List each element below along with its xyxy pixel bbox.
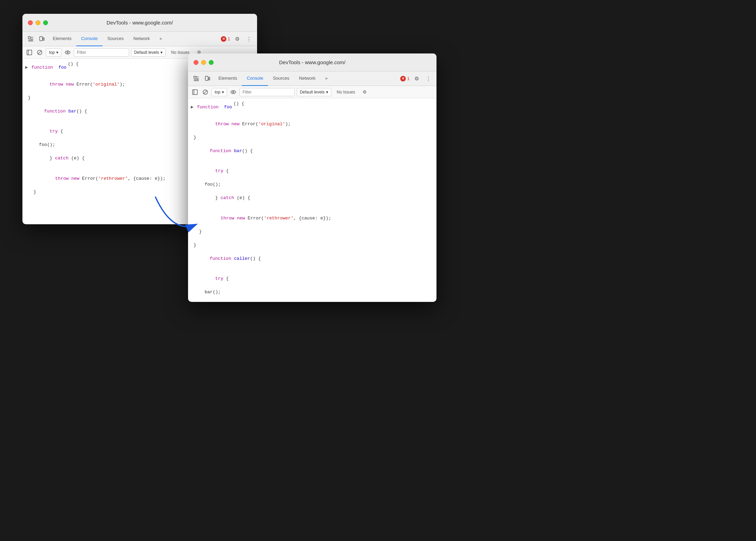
svg-line-15 <box>204 90 207 94</box>
tab-console-1[interactable]: Console <box>76 32 102 46</box>
console-content-2: ▶ function foo() { throw new Error('orig… <box>188 98 436 298</box>
w2-code-line-11: } <box>188 242 436 249</box>
default-levels-1[interactable]: Default levels ▾ <box>131 48 166 57</box>
window-title-2: DevTools - www.google.com/ <box>279 59 346 65</box>
w2-code-line-2: throw new Error('original'); <box>188 114 436 134</box>
w2-code-line-14: bar(); <box>188 289 436 296</box>
w2-code-line-12: function caller() { <box>188 248 436 269</box>
tab-sources-1[interactable]: Sources <box>102 32 129 46</box>
w2-code-line-10 <box>188 235 436 242</box>
settings-icon-2[interactable]: ⚙ <box>412 74 421 83</box>
w2-code-line-5: try { <box>188 161 436 181</box>
w2-code-line-4: function bar() { <box>188 141 436 161</box>
maximize-button-1[interactable] <box>43 20 48 25</box>
clear-icon-2[interactable] <box>201 88 209 96</box>
tab-elements-2[interactable]: Elements <box>214 71 242 86</box>
svg-rect-9 <box>194 76 196 78</box>
svg-rect-10 <box>205 76 208 80</box>
more-icon-2[interactable]: ⋮ <box>423 74 433 83</box>
svg-line-6 <box>38 51 41 54</box>
tab-elements-1[interactable]: Elements <box>48 32 76 46</box>
tab-more-1[interactable]: » <box>155 32 167 46</box>
w2-code-line-7: } catch (e) { <box>188 188 436 208</box>
close-button-2[interactable] <box>194 60 198 65</box>
close-button-1[interactable] <box>28 20 33 25</box>
w2-code-line-15: } catch (e) { <box>188 296 436 299</box>
tabs-1: Elements Console Sources Network » <box>48 32 167 46</box>
error-badge-2: ✕ 1 <box>400 76 410 81</box>
default-levels-2[interactable]: Default levels ▾ <box>297 88 331 96</box>
device-icon-1[interactable] <box>37 34 47 44</box>
eye-icon-2[interactable] <box>229 88 237 96</box>
svg-point-7 <box>65 51 70 54</box>
tabs-2: Elements Console Sources Network » <box>214 71 333 86</box>
w2-code-line-1: ▶ function foo() { <box>188 98 436 114</box>
w2-code-line-3: } <box>188 134 436 141</box>
sidebar-icon-2[interactable] <box>191 88 199 96</box>
console-toolbar-2: top ▾ Default levels ▾ No Issues ⚙ <box>188 86 436 98</box>
svg-point-8 <box>67 52 68 53</box>
maximize-button-2[interactable] <box>209 60 214 65</box>
svg-point-17 <box>233 91 234 93</box>
svg-rect-0 <box>28 37 30 39</box>
devtools-window-2: DevTools - www.google.com/ Elements Cons… <box>188 53 436 302</box>
titlebar-1: DevTools - www.google.com/ <box>22 14 257 32</box>
no-issues-2: No Issues <box>333 88 359 96</box>
svg-rect-2 <box>43 38 44 40</box>
svg-rect-11 <box>209 77 210 80</box>
filter-input-2[interactable] <box>239 88 295 96</box>
svg-point-16 <box>231 90 236 94</box>
sidebar-icon-1[interactable] <box>25 48 33 57</box>
tab-console-2[interactable]: Console <box>242 71 268 86</box>
svg-rect-1 <box>40 37 42 41</box>
eye-icon-1[interactable] <box>63 48 72 57</box>
titlebar-2: DevTools - www.google.com/ <box>188 53 436 71</box>
w2-code-line-9: } <box>188 228 436 235</box>
settings-icon-1[interactable]: ⚙ <box>232 34 242 44</box>
tab-network-1[interactable]: Network <box>129 32 155 46</box>
tab-network-2[interactable]: Network <box>294 71 321 86</box>
device-icon-2[interactable] <box>203 74 212 83</box>
traffic-lights-2 <box>194 60 214 65</box>
minimize-button-1[interactable] <box>36 20 40 25</box>
filter-input-1[interactable] <box>74 48 129 57</box>
more-icon-1[interactable]: ⋮ <box>244 34 254 44</box>
context-selector-1[interactable]: top ▾ <box>46 48 61 57</box>
tab-sources-2[interactable]: Sources <box>268 71 294 86</box>
w2-code-line-6: foo(); <box>188 181 436 188</box>
settings-console-icon-2[interactable]: ⚙ <box>361 88 369 96</box>
inspect-icon-2[interactable] <box>192 74 201 83</box>
toolbar-right-2: ✕ 1 ⚙ ⋮ <box>400 74 433 83</box>
toolbar-right-1: ✕ 1 ⚙ ⋮ <box>221 34 254 44</box>
clear-icon-1[interactable] <box>36 48 44 57</box>
w2-code-line-13: try { <box>188 269 436 289</box>
tab-bar-2: Elements Console Sources Network » ✕ 1 ⚙… <box>188 71 436 86</box>
traffic-lights-1 <box>28 20 48 25</box>
error-badge-1: ✕ 1 <box>221 36 230 42</box>
tab-more-2[interactable]: » <box>320 71 332 86</box>
error-count-1: ✕ <box>221 36 226 42</box>
error-count-2: ✕ <box>400 76 406 81</box>
inspect-icon-1[interactable] <box>26 34 36 44</box>
minimize-button-2[interactable] <box>201 60 206 65</box>
window-title-1: DevTools - www.google.com/ <box>107 20 173 26</box>
tab-bar-1: Elements Console Sources Network » ✕ 1 ⚙… <box>22 32 257 46</box>
w2-code-line-8: throw new Error('rethrower', {cause: e})… <box>188 208 436 228</box>
svg-rect-3 <box>27 50 32 55</box>
context-selector-2[interactable]: top ▾ <box>212 88 227 96</box>
svg-rect-12 <box>193 90 197 95</box>
